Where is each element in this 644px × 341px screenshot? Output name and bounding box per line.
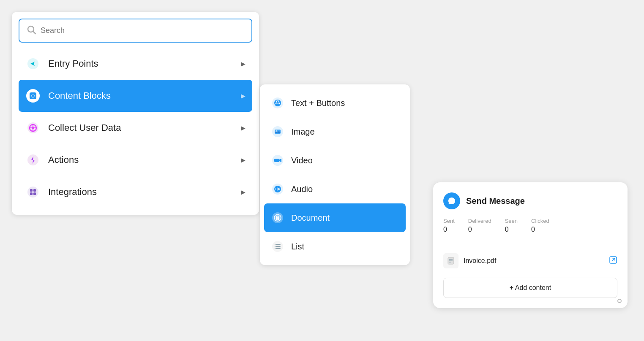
document-icon: [271, 211, 284, 225]
integrations-label: Integrations: [48, 187, 97, 198]
svg-rect-13: [33, 189, 36, 192]
collect-user-data-label: Collect User Data: [48, 122, 121, 133]
search-box[interactable]: [19, 19, 252, 43]
stat-seen: Seen 0: [505, 218, 518, 233]
svg-point-11: [27, 187, 38, 198]
text-buttons-icon: [271, 96, 284, 110]
list-label: List: [291, 242, 304, 252]
svg-rect-26: [276, 188, 276, 190]
svg-point-42: [275, 248, 276, 249]
card-header: Send Message: [443, 192, 617, 209]
content-blocks-chevron: ▶: [241, 92, 246, 99]
sub-item-video[interactable]: Video: [264, 146, 406, 175]
file-icon: [443, 253, 458, 268]
integrations-chevron: ▶: [241, 189, 246, 195]
svg-rect-28: [278, 188, 279, 190]
svg-rect-23: [274, 159, 279, 162]
stat-seen-value: 0: [505, 226, 518, 233]
add-content-button[interactable]: + Add content: [443, 278, 617, 298]
document-label: Document: [291, 213, 330, 223]
sub-item-audio[interactable]: Audio: [264, 175, 406, 203]
sidebar-item-entry-points[interactable]: Entry Points ▶: [19, 48, 252, 80]
svg-rect-27: [277, 187, 278, 191]
search-input[interactable]: [41, 26, 245, 35]
sub-item-list[interactable]: List: [264, 232, 406, 261]
stat-clicked-label: Clicked: [531, 218, 549, 224]
image-label: Image: [291, 127, 315, 137]
main-menu-panel: Entry Points ▶ Content Blocks ▶: [12, 12, 259, 215]
stat-seen-label: Seen: [505, 218, 518, 224]
sidebar-item-collect-user-data[interactable]: Collect User Data ▶: [19, 112, 252, 144]
sub-item-document[interactable]: Document: [264, 203, 406, 232]
list-icon: [271, 240, 284, 253]
svg-point-25: [274, 186, 281, 192]
stats-row: Sent 0 Delivered 0 Seen 0 Clicked 0: [443, 218, 617, 233]
file-open-icon[interactable]: [609, 256, 617, 266]
svg-rect-15: [33, 192, 36, 195]
card-resize-handle[interactable]: [617, 299, 622, 303]
svg-point-9: [32, 127, 34, 129]
send-message-card: Send Message Sent 0 Delivered 0 Seen 0 C…: [433, 182, 628, 308]
stat-clicked-value: 0: [531, 226, 549, 233]
card-title: Send Message: [466, 196, 525, 206]
card-divider: [443, 242, 617, 242]
stat-delivered-value: 0: [468, 226, 491, 233]
svg-rect-20: [275, 130, 281, 134]
sidebar-item-actions[interactable]: Actions ▶: [19, 144, 252, 176]
svg-point-4: [32, 95, 34, 97]
actions-chevron: ▶: [241, 157, 246, 163]
search-icon: [26, 24, 36, 37]
video-label: Video: [291, 156, 313, 165]
svg-point-10: [27, 154, 38, 165]
file-name: Invoice.pdf: [464, 257, 609, 265]
actions-icon: [25, 152, 41, 168]
audio-label: Audio: [291, 184, 313, 194]
svg-rect-14: [30, 192, 33, 195]
content-blocks-icon: [25, 88, 41, 103]
svg-rect-12: [30, 189, 33, 192]
sidebar-item-content-blocks[interactable]: Content Blocks ▶: [19, 80, 252, 112]
stat-delivered-label: Delivered: [468, 218, 491, 224]
svg-point-41: [275, 246, 276, 247]
sub-menu-panel: Text + Buttons Image Video: [260, 84, 410, 265]
video-icon: [271, 154, 284, 167]
collect-user-data-chevron: ▶: [241, 124, 246, 131]
file-row: Invoice.pdf: [443, 249, 617, 273]
stat-sent-value: 0: [443, 226, 455, 233]
svg-rect-29: [279, 189, 280, 190]
actions-label: Actions: [48, 154, 79, 165]
svg-line-1: [33, 32, 36, 34]
entry-points-label: Entry Points: [48, 58, 98, 69]
stat-sent: Sent 0: [443, 218, 455, 233]
sub-item-image[interactable]: Image: [264, 117, 406, 146]
text-buttons-label: Text + Buttons: [291, 98, 345, 108]
send-message-icon: [443, 192, 460, 209]
stat-clicked: Clicked 0: [531, 218, 549, 233]
collect-user-data-icon: [25, 120, 41, 135]
audio-icon: [271, 182, 284, 196]
stat-delivered: Delivered 0: [468, 218, 491, 233]
entry-points-chevron: ▶: [241, 60, 246, 67]
sub-item-text-buttons[interactable]: Text + Buttons: [264, 89, 406, 117]
entry-points-icon: [25, 56, 41, 71]
svg-point-40: [275, 244, 276, 245]
stat-sent-label: Sent: [443, 218, 455, 224]
content-blocks-label: Content Blocks: [48, 90, 111, 101]
sidebar-item-integrations[interactable]: Integrations ▶: [19, 176, 252, 208]
image-icon: [271, 125, 284, 138]
integrations-icon: [25, 184, 41, 200]
